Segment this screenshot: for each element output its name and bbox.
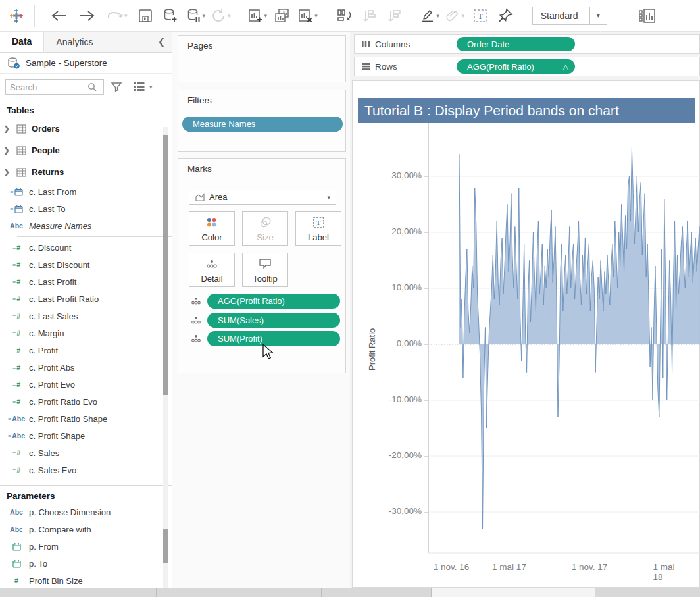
- columns-shelf-label: Columns: [355, 35, 451, 53]
- calendar-icon: [7, 542, 26, 551]
- sheet-tab-strip[interactable]: [431, 588, 595, 597]
- field-item[interactable]: Abcp. Choose Dimension: [0, 504, 172, 521]
- collapse-pane-icon[interactable]: ❮: [151, 32, 172, 52]
- chart-title[interactable]: Tutorial B : Display Period bands on cha…: [358, 98, 695, 123]
- field-item[interactable]: =#c. Profit: [0, 342, 172, 359]
- mark-pill[interactable]: SUM(Sales): [207, 313, 340, 328]
- field-item[interactable]: =#c. Last Profit: [0, 273, 172, 290]
- tables-list: ❯Orders❯People❯Returns: [0, 118, 172, 183]
- filter-fields-icon[interactable]: [111, 81, 122, 93]
- mark-pill[interactable]: AGG(Profit Ratio): [207, 294, 340, 309]
- filters-shelf[interactable]: Filters Measure Names: [178, 90, 346, 152]
- parameters-heading: Parameters: [0, 486, 172, 504]
- color-button[interactable]: Color: [189, 211, 235, 246]
- mark-pill[interactable]: SUM(Profit): [207, 331, 340, 346]
- mark-pill-row: SUM(Sales): [190, 313, 340, 328]
- forward-button[interactable]: [77, 5, 97, 27]
- fit-selector-value: Standard: [533, 11, 589, 21]
- field-item[interactable]: p. From: [0, 538, 172, 555]
- back-button[interactable]: [49, 5, 69, 27]
- field-item[interactable]: =#c. Sales Evo: [0, 461, 172, 479]
- field-item[interactable]: =#c. Profit Evo: [0, 376, 172, 393]
- expand-chevron-icon[interactable]: ❯: [0, 146, 13, 155]
- filter-pill[interactable]: Measure Names: [182, 117, 343, 132]
- label-button[interactable]: T Label: [295, 211, 341, 246]
- expand-chevron-icon[interactable]: ❯: [0, 168, 13, 176]
- show-mark-labels-button[interactable]: T: [470, 5, 490, 27]
- swap-rows-columns-button[interactable]: [334, 5, 354, 27]
- datasource-icon: [7, 57, 21, 70]
- new-worksheet-button[interactable]: ▾: [247, 5, 268, 27]
- columns-icon: [361, 39, 370, 49]
- fit-selector[interactable]: Standard ▾: [532, 7, 607, 25]
- new-data-source-button[interactable]: [161, 5, 180, 27]
- detail-button[interactable]: Detail: [189, 253, 235, 287]
- field-item[interactable]: =#c. Profit Ratio Evo: [0, 393, 172, 410]
- field-item[interactable]: =#c. Profit Abs: [0, 359, 172, 376]
- parameters-scrollbar-thumb[interactable]: [163, 529, 168, 563]
- duplicate-sheet-button[interactable]: [272, 5, 292, 27]
- clear-sheet-button[interactable]: ▾: [297, 5, 318, 27]
- field-item[interactable]: =Abcc. Profit Shape: [0, 427, 172, 444]
- field-item[interactable]: #Profit Bin Size: [0, 572, 172, 589]
- y-tick-mark: [424, 512, 428, 513]
- sort-ascending-button[interactable]: [359, 5, 379, 27]
- fields-scrollbar-thumb[interactable]: [163, 135, 168, 395]
- search-input-box[interactable]: [5, 79, 104, 95]
- show-me-button[interactable]: [638, 5, 657, 27]
- field-item[interactable]: =c. Last From: [0, 183, 172, 200]
- tab-data[interactable]: Data: [0, 32, 44, 52]
- table-item-orders[interactable]: ❯Orders: [0, 118, 172, 140]
- size-icon: [259, 212, 272, 232]
- rows-shelf[interactable]: Rows AGG(Profit Ratio)△: [354, 57, 700, 76]
- field-item[interactable]: =#c. Last Profit Ratio: [0, 290, 172, 307]
- fit-selector-caret[interactable]: ▾: [589, 7, 607, 24]
- rows-pill[interactable]: AGG(Profit Ratio)△: [457, 59, 575, 74]
- rows-pills: AGG(Profit Ratio)△: [457, 59, 575, 74]
- table-item-returns[interactable]: ❯Returns: [0, 161, 172, 183]
- field-item[interactable]: p. To: [0, 555, 172, 572]
- group-members-button[interactable]: ▾: [445, 5, 465, 27]
- save-button[interactable]: [136, 5, 155, 27]
- mark-type-dropdown[interactable]: Area ▾: [189, 190, 336, 205]
- columns-pill[interactable]: Order Date: [457, 37, 575, 51]
- tab-analytics[interactable]: Analytics: [44, 32, 105, 52]
- field-item[interactable]: AbcMeasure Names: [0, 217, 172, 234]
- field-item[interactable]: =c. Last To: [0, 200, 172, 217]
- expand-chevron-icon[interactable]: ❯: [0, 124, 13, 133]
- pages-shelf[interactable]: Pages: [178, 35, 346, 82]
- view-options-caret[interactable]: ▾: [149, 84, 153, 90]
- size-button[interactable]: Size: [242, 211, 288, 246]
- field-item[interactable]: Abcp. Compare with: [0, 521, 172, 538]
- fix-axes-button[interactable]: [495, 5, 515, 27]
- detail-dots-icon: [190, 296, 202, 306]
- refresh-data-source-button[interactable]: ▾: [211, 5, 231, 27]
- calculated-number-icon: =#: [7, 466, 26, 474]
- table-item-people[interactable]: ❯People: [0, 140, 172, 161]
- calculated-abc-icon: =Abc: [7, 415, 26, 423]
- field-item[interactable]: =#c. Last Sales: [0, 307, 172, 324]
- area-mark-icon: [195, 193, 205, 202]
- sort-descending-button[interactable]: [384, 5, 404, 27]
- calculated-number-icon: =#: [7, 261, 26, 269]
- field-item[interactable]: =Abcc. Profit Ratio Shape: [0, 410, 172, 427]
- chart-plot-area[interactable]: [428, 123, 700, 567]
- table-icon: [16, 146, 26, 155]
- redo-button[interactable]: ▾: [106, 5, 128, 27]
- tooltip-button[interactable]: Tooltip: [242, 253, 288, 287]
- highlight-button[interactable]: ▾: [420, 5, 440, 27]
- pause-auto-updates-button[interactable]: ▾: [186, 5, 206, 27]
- field-item[interactable]: =#c. Sales: [0, 444, 172, 461]
- mark-type-caret[interactable]: ▾: [327, 194, 336, 201]
- search-input[interactable]: [10, 82, 88, 92]
- view-options-icon[interactable]: [134, 82, 145, 92]
- filter-pills: Measure Names: [182, 117, 341, 132]
- datasource-item[interactable]: Sample - Superstore: [0, 53, 172, 74]
- columns-shelf[interactable]: Columns Order Date: [354, 34, 700, 54]
- detail-button-label: Detail: [201, 274, 222, 284]
- field-item[interactable]: =#c. Discount: [0, 239, 172, 256]
- field-item[interactable]: =#c. Margin: [0, 324, 172, 342]
- y-tick-label: 30,00%: [362, 170, 422, 180]
- field-item[interactable]: =#c. Last Discount: [0, 256, 172, 273]
- marks-card[interactable]: Marks Area ▾ Color Size T Label: [178, 158, 346, 373]
